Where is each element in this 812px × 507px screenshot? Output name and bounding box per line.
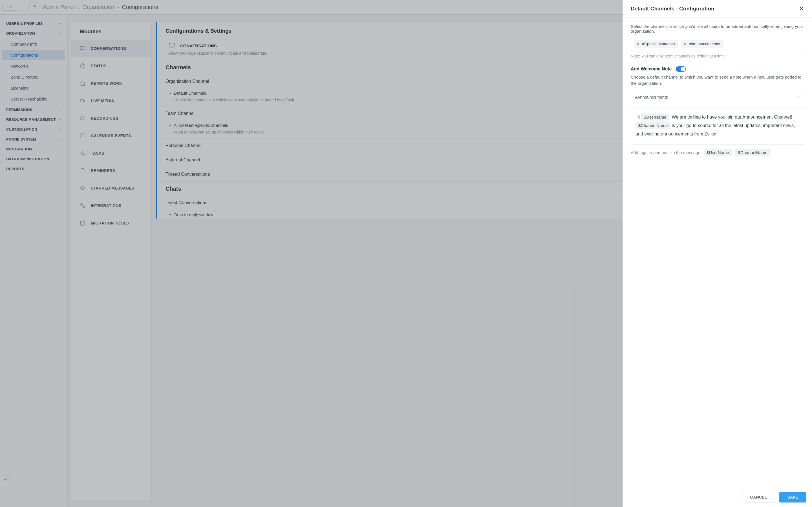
welcome-note-editor[interactable]: Hi $UserName ,We are thrilled to have yo…: [631, 108, 804, 145]
close-icon[interactable]: ✕: [799, 6, 804, 12]
welcome-note-sub: Choose a default channel to which you wa…: [631, 74, 804, 87]
panel-body: Select the channels in which you'd like …: [623, 18, 812, 487]
side-panel: Default Channels - Configuration ✕ Selec…: [622, 0, 812, 507]
chip-special-moments[interactable]: #Special Moments: [634, 40, 678, 48]
welcome-note-row: Add Welcome Note: [631, 66, 804, 72]
editor-text: ,We are thrilled to have you join our An…: [670, 115, 792, 119]
editor-text: Hi: [636, 115, 641, 119]
check-icon: [681, 67, 684, 70]
chip-announcements[interactable]: #Announcements: [681, 40, 723, 48]
chip-label: #Announcements: [689, 42, 720, 46]
tags-label: Add tags to personalize the message: [631, 150, 700, 155]
panel-intro: Select the channels in which you'd like …: [631, 24, 804, 34]
hash-icon: [683, 42, 687, 46]
tag-channelname[interactable]: $ChannelName: [735, 149, 770, 156]
hash-icon: [636, 42, 640, 46]
chip-label: #Special Moments: [642, 42, 675, 46]
panel-limit-note: Note: You can only set 5 channels as def…: [631, 54, 804, 58]
chevron-down-icon: [796, 95, 800, 99]
select-value: #Announcements: [635, 95, 668, 100]
panel-title: Default Channels - Configuration: [631, 6, 714, 12]
save-button[interactable]: SAVE: [779, 492, 806, 503]
cancel-button[interactable]: CANCEL: [742, 492, 775, 503]
personalize-tags-row: Add tags to personalize the message $Use…: [631, 149, 804, 156]
panel-footer: CANCEL SAVE: [623, 487, 812, 507]
welcome-note-toggle[interactable]: [676, 66, 686, 72]
welcome-note-label: Add Welcome Note: [631, 66, 672, 71]
tag-username[interactable]: $UserName: [704, 149, 732, 156]
token-channelname[interactable]: $ChannelName: [636, 122, 670, 129]
welcome-channel-select[interactable]: #Announcements: [631, 91, 804, 103]
panel-header: Default Channels - Configuration ✕: [623, 0, 812, 18]
token-username[interactable]: $UserName: [641, 114, 669, 121]
channel-chip-input[interactable]: #Special Moments #Announcements: [631, 37, 804, 51]
